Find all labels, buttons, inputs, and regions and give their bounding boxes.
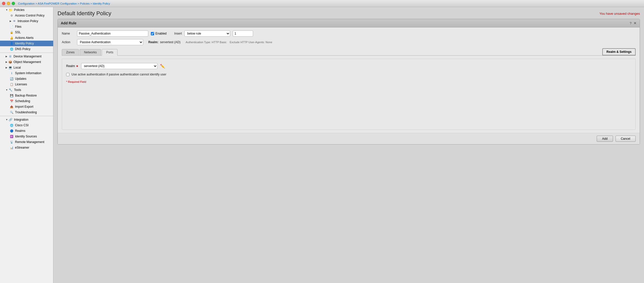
dialog-close-button[interactable]: ✕ [634, 21, 637, 25]
sidebar-group-local[interactable]: ▶ 💻 Local [0, 65, 53, 70]
import-icon: 📤 [10, 105, 14, 109]
sidebar-label-realms: Realms [15, 129, 25, 133]
sidebar-group-intrusion[interactable]: ▶ 👁 Intrusion Policy [0, 18, 53, 24]
sidebar-item-licenses[interactable]: 📋 Licenses [0, 82, 53, 87]
sidebar-item-system-info[interactable]: ℹ System Information [0, 70, 53, 76]
dialog-body: Name Enabled Insert below rule above rul… [58, 27, 640, 133]
sidebar-item-dns[interactable]: 🌐 DNS Policy [0, 46, 53, 52]
enabled-checkbox-group: Enabled [151, 32, 167, 35]
tabs-bar: Zones Networks Ports Realm & Settings [62, 47, 636, 56]
window-controls[interactable] [2, 2, 15, 5]
action-row: Action Passive Authentication Active Aut… [62, 39, 636, 45]
realm-info: Realm: servertest (AD) [148, 40, 181, 44]
folder-icon-files: 📄 [10, 25, 14, 29]
sidebar-group-object[interactable]: ▶ 📦 Object Management [0, 59, 53, 65]
tab-ports-label: Ports [106, 51, 113, 54]
sidebar-group-device[interactable]: ▶ 🖥 Device Management [0, 54, 53, 59]
sidebar-item-ssl[interactable]: 🔒 SSL [0, 29, 53, 35]
sidebar-item-actions-alerts[interactable]: 🔔 Actions Alerts [0, 35, 53, 41]
name-input[interactable] [77, 30, 148, 37]
sidebar-group-policies[interactable]: ▼ 📁 Policies [0, 7, 53, 13]
realm-info-value: servertest (AD) [160, 40, 181, 44]
sidebar-label-scheduling: Scheduling [15, 99, 30, 103]
page-title: Default Identity Policy [57, 10, 111, 17]
tab-realm-settings[interactable]: Realm & Settings [602, 48, 636, 55]
box-icon-object: 📦 [8, 60, 12, 64]
sidebar-label-estreamer: eStreamer [15, 146, 29, 149]
sidebar-item-access-control[interactable]: ⚙ Access Control Policy [0, 13, 53, 18]
realm-section-label: Realm [66, 64, 75, 68]
sidebar-item-realms[interactable]: 🔵 Realms [0, 128, 53, 134]
expand-arrow-policies: ▼ [6, 9, 8, 11]
realm-select-row: Realm ★ servertest (AD) ✏️ [66, 63, 631, 69]
sidebar-label-integration: Integration [14, 118, 28, 121]
auth-type-info: Authentication Type: HTTP Basic Exclude … [186, 41, 272, 44]
minimize-button[interactable] [7, 2, 10, 5]
sidebar-label-ssl: SSL [15, 30, 21, 34]
sidebar-label-cisco: Cisco CSI [15, 123, 28, 127]
sidebar-item-scheduling[interactable]: 📅 Scheduling [0, 98, 53, 104]
sidebar-label-tools: Tools [14, 88, 21, 92]
sidebar-label-updates: Updates [15, 77, 26, 81]
sidebar-label-files: Files [15, 25, 21, 28]
tab-networks[interactable]: Networks [80, 49, 101, 55]
insert-select[interactable]: below rule above rule at top at bottom [184, 30, 230, 37]
sidebar-item-estreamer[interactable]: 📊 eStreamer [0, 145, 53, 150]
action-select[interactable]: Passive Authentication Active Authentica… [77, 39, 143, 45]
tab-networks-label: Networks [84, 51, 97, 54]
sidebar-item-identity-policy[interactable]: 👤 Identity Policy [0, 41, 53, 46]
lock-icon-ssl: 🔒 [10, 30, 14, 34]
gear-icon-access: ⚙ [10, 13, 14, 18]
sidebar-item-troubleshooting[interactable]: 🔍 Troubleshooting [0, 109, 53, 115]
expand-arrow-local: ▶ [6, 66, 7, 69]
sidebar-label-policies: Policies [14, 8, 24, 12]
insert-label: Insert [174, 32, 182, 35]
sidebar-label-identity: Identity Policy [15, 42, 34, 45]
sidebar-label-local: Local [13, 66, 21, 69]
maximize-button[interactable] [12, 2, 15, 5]
dns-icon: 🌐 [10, 47, 14, 51]
tab-zones[interactable]: Zones [62, 49, 79, 55]
breadcrumb-link[interactable]: Configuration > ASA FirePOWER Configurat… [18, 2, 110, 5]
separator-1 [0, 53, 53, 53]
sidebar-item-remote-management[interactable]: 📡 Remote Management [0, 139, 53, 145]
edit-realm-icon[interactable]: ✏️ [160, 64, 165, 69]
sidebar-item-import-export[interactable]: 📤 Import Export [0, 104, 53, 109]
eye-icon-intrusion: 👁 [12, 19, 16, 23]
sidebar-label-access: Access Control Policy [15, 14, 45, 17]
sidebar-item-identity-sources[interactable]: 🆔 Identity Sources [0, 134, 53, 139]
add-button[interactable]: Add [597, 136, 613, 142]
cancel-button[interactable]: Cancel [616, 136, 636, 142]
person-icon-identity: 👤 [10, 41, 14, 45]
backup-icon: 💾 [10, 93, 14, 98]
sidebar-item-backup[interactable]: 💾 Backup Restore [0, 93, 53, 98]
sidebar-label-dns: DNS Policy [15, 47, 31, 51]
expand-arrow-object: ▶ [6, 61, 7, 63]
device-icon: 🖥 [8, 54, 12, 58]
sidebar-item-updates[interactable]: 🔄 Updates [0, 76, 53, 82]
auth-type-label: Authentication Type: [186, 41, 211, 44]
sidebar-label-identity-sources: Identity Sources [15, 135, 37, 138]
dialog-title-bar: Add Rule ? ✕ [58, 19, 640, 27]
tab-zones-label: Zones [66, 51, 75, 54]
scheduling-icon: 📅 [10, 99, 14, 103]
sidebar-item-cisco-csi[interactable]: 🌐 Cisco CSI [0, 122, 53, 128]
dialog-title: Add Rule [61, 21, 76, 25]
sidebar-label-system: System Information [15, 71, 41, 75]
cisco-icon: 🌐 [10, 123, 14, 127]
tab-ports[interactable]: Ports [102, 49, 118, 56]
close-button[interactable] [2, 2, 5, 5]
sidebar-label-trouble: Troubleshooting [15, 111, 37, 114]
sidebar-item-files[interactable]: 📄 Files [0, 24, 53, 29]
realms-icon: 🔵 [10, 129, 14, 133]
info-icon-system: ℹ [10, 71, 14, 75]
sidebar-group-tools[interactable]: ▼ 🔧 Tools [0, 87, 53, 93]
enabled-checkbox[interactable] [151, 32, 154, 35]
dialog-help-button[interactable]: ? [630, 21, 632, 25]
expand-arrow-integration: ▼ [6, 118, 8, 121]
realm-select[interactable]: servertest (AD) [81, 63, 157, 69]
sidebar-group-integration[interactable]: ▼ 🔗 Integration [0, 117, 53, 122]
enabled-label: Enabled [155, 32, 167, 35]
active-auth-checkbox[interactable] [66, 73, 69, 76]
insert-number-input[interactable] [233, 30, 253, 37]
